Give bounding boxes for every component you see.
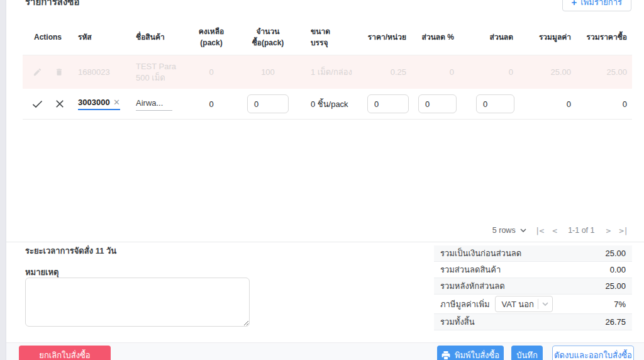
save-button[interactable]: บันทึก	[511, 346, 543, 360]
rows-per-page-select[interactable]: 5 rows	[492, 226, 526, 235]
cell-total-value: 25.00	[516, 67, 575, 77]
cell-discount: 0	[457, 67, 516, 77]
cell-total-purchase: 25.00	[575, 67, 632, 77]
discount-percent-input[interactable]	[418, 94, 457, 113]
cell-qty: 100	[234, 67, 302, 77]
confirm-check-icon[interactable]	[32, 100, 43, 108]
summary-row-item-discount: รวมส่วนลดสินค้า 0.00	[434, 262, 632, 278]
header-price-per-unit: ราคา/หน่วย	[353, 32, 410, 43]
header-product-name: ชื่อสินค้า	[128, 32, 189, 43]
header-qty: จำนวน ซื้อ(pack)	[234, 26, 302, 48]
cancel-po-button[interactable]: ยกเลิกใบสั่งซื้อ	[19, 346, 111, 360]
purchase-order-page: รายการสั่งซื้อ + เพิ่มรายการ Actions รหั…	[0, 0, 644, 360]
delete-trash-icon[interactable]	[55, 67, 64, 77]
select-divider	[538, 299, 538, 309]
section-divider	[6, 242, 644, 242]
table-row-saved-item: 1680023 TEST Para 500 เม็ด 0 100 1 เม็ด/…	[23, 55, 632, 89]
summary-row-grand-total: รวมทั้งสิ้น 26.75	[434, 314, 632, 330]
table-row-editing-item: ✕ 0 0 ชิ้น/pack 0 0	[23, 89, 632, 120]
prev-page-button[interactable]: <	[552, 226, 557, 235]
note-label: หมายเหตุ	[25, 266, 59, 279]
cancel-x-icon[interactable]	[55, 99, 64, 108]
cell-code: 1680023	[73, 67, 128, 77]
code-input[interactable]	[78, 98, 111, 107]
plus-icon: +	[572, 0, 577, 7]
header-total-value: รวมมูลค่า	[516, 32, 575, 43]
edit-pencil-icon[interactable]	[33, 67, 42, 77]
product-name-input[interactable]	[136, 98, 172, 111]
header-discount: ส่วนลด	[457, 32, 516, 43]
page-range-label: 1-1 of 1	[568, 226, 594, 235]
chevron-down-icon	[520, 228, 526, 232]
table-header-row: Actions รหัส ชื่อสินค้า คงเหลือ (pack) จ…	[23, 20, 632, 55]
cell-remaining: 0	[189, 67, 234, 77]
header-discount-percent: ส่วนลด %	[410, 32, 457, 43]
note-textarea[interactable]	[25, 278, 250, 327]
cell-product-name: TEST Para 500 เม็ด	[128, 61, 189, 83]
printer-icon	[441, 351, 450, 359]
print-po-button[interactable]: พิมพ์ใบสั่งซื้อ	[437, 346, 504, 360]
cell-price: 0.25	[353, 67, 410, 77]
add-item-label: เพิ่มรายการ	[580, 0, 622, 9]
left-edge-strip	[0, 0, 6, 360]
last-page-button[interactable]: >|	[619, 226, 628, 235]
summary-row-vat: ภาษีมูลค่าเพิ่ม VAT นอก 7%	[434, 295, 632, 314]
header-pack-size: ขนาด บรรจุ	[302, 26, 353, 48]
summary-row-subtotal: รวมเป็นเงินก่อนส่วนลด 25.00	[434, 245, 632, 262]
delivery-time-label: ระยะเวลาการจัดสั่ง 11 วัน	[25, 244, 116, 257]
clear-code-icon[interactable]: ✕	[113, 98, 120, 106]
vat-type-select[interactable]: VAT นอก	[495, 296, 553, 312]
order-items-table: Actions รหัส ชื่อสินค้า คงเหลือ (pack) จ…	[23, 20, 632, 120]
first-page-button[interactable]: |<	[535, 226, 544, 235]
price-input[interactable]	[367, 94, 409, 113]
header-remaining: คงเหลือ (pack)	[189, 26, 234, 48]
cut-budget-issue-po-button[interactable]: ตัดงบและออกใบสั่งซื้อ	[552, 346, 634, 360]
cell-total-purchase: 0	[575, 99, 632, 109]
cell-discount-percent: 0	[410, 67, 457, 77]
summary-row-after-discount: รวมหลังหักส่วนลด 25.00	[434, 278, 632, 295]
header-total-purchase: รวมราคาซื้อ	[575, 32, 632, 43]
page-title: รายการสั่งซื้อ	[25, 0, 80, 9]
discount-input[interactable]	[476, 94, 514, 113]
header-actions: Actions	[23, 32, 73, 43]
code-input-wrapper: ✕	[78, 98, 120, 110]
next-page-button[interactable]: >	[606, 226, 611, 235]
cell-pack-size: 0 ชิ้น/pack	[302, 98, 353, 111]
cell-total-value: 0	[516, 99, 575, 109]
cell-remaining: 0	[189, 99, 234, 109]
add-item-button[interactable]: + เพิ่มรายการ	[562, 0, 631, 11]
qty-input[interactable]	[247, 94, 289, 113]
header-code: รหัส	[73, 32, 128, 43]
chevron-down-icon	[542, 302, 548, 306]
pagination-bar: 5 rows |< < 1-1 of 1 > >|	[492, 222, 628, 239]
cell-pack-size: 1 เม็ด/กล่อง	[302, 65, 353, 79]
order-summary: รวมเป็นเงินก่อนส่วนลด 25.00 รวมส่วนลดสิน…	[434, 245, 632, 330]
